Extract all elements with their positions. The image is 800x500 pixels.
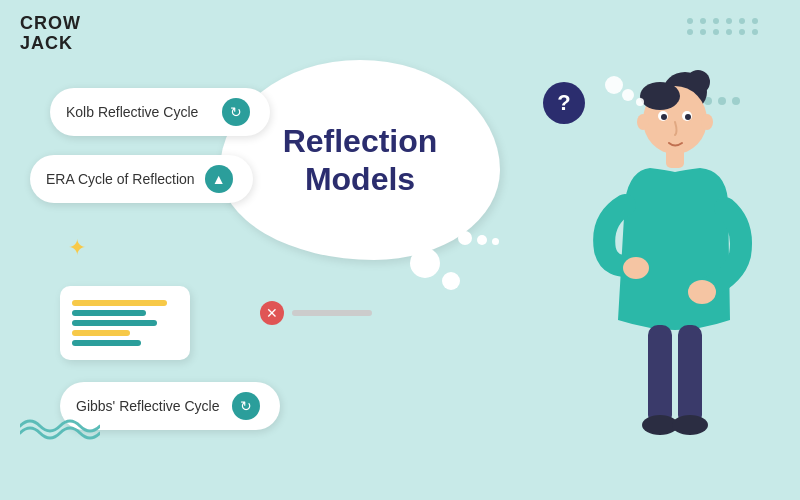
widget-line-3 — [72, 320, 157, 326]
widget-line-2 — [72, 310, 146, 316]
era-icon: ▲ — [205, 165, 233, 193]
logo: CROW JACK — [20, 14, 81, 54]
sparkle-icon: ✦ — [68, 235, 86, 261]
person-illustration — [570, 40, 770, 440]
svg-point-19 — [605, 76, 623, 94]
svg-point-10 — [640, 82, 680, 110]
cross-circle-element: ✕ — [260, 301, 372, 325]
person-svg — [570, 40, 770, 460]
svg-point-9 — [685, 114, 691, 120]
svg-point-4 — [688, 280, 716, 304]
svg-point-12 — [701, 114, 713, 130]
widget-line-4 — [72, 330, 130, 336]
svg-rect-13 — [648, 325, 672, 425]
svg-point-17 — [636, 98, 644, 106]
widget-line-1 — [72, 300, 167, 306]
svg-point-7 — [661, 114, 667, 120]
gibbs-icon: ↻ — [232, 392, 260, 420]
decorative-dots-top-right — [687, 18, 760, 35]
reflection-models-bubble: Reflection Models — [220, 60, 500, 260]
cross-icon: ✕ — [260, 301, 284, 325]
bubble-title: Reflection Models — [283, 122, 438, 199]
svg-point-5 — [623, 257, 649, 279]
widget-card — [60, 286, 190, 360]
svg-point-16 — [672, 415, 708, 435]
svg-rect-3 — [666, 148, 684, 168]
cross-line — [292, 310, 372, 316]
kolb-pill[interactable]: Kolb Reflective Cycle ↻ — [50, 88, 270, 136]
svg-point-11 — [637, 114, 649, 130]
widget-line-5 — [72, 340, 141, 346]
kolb-icon: ↻ — [222, 98, 250, 126]
svg-rect-14 — [678, 325, 702, 425]
era-pill[interactable]: ERA Cycle of Reflection ▲ — [30, 155, 253, 203]
wave-decoration — [20, 411, 100, 445]
era-label: ERA Cycle of Reflection — [46, 171, 195, 187]
kolb-label: Kolb Reflective Cycle — [66, 104, 198, 120]
svg-point-18 — [622, 89, 634, 101]
